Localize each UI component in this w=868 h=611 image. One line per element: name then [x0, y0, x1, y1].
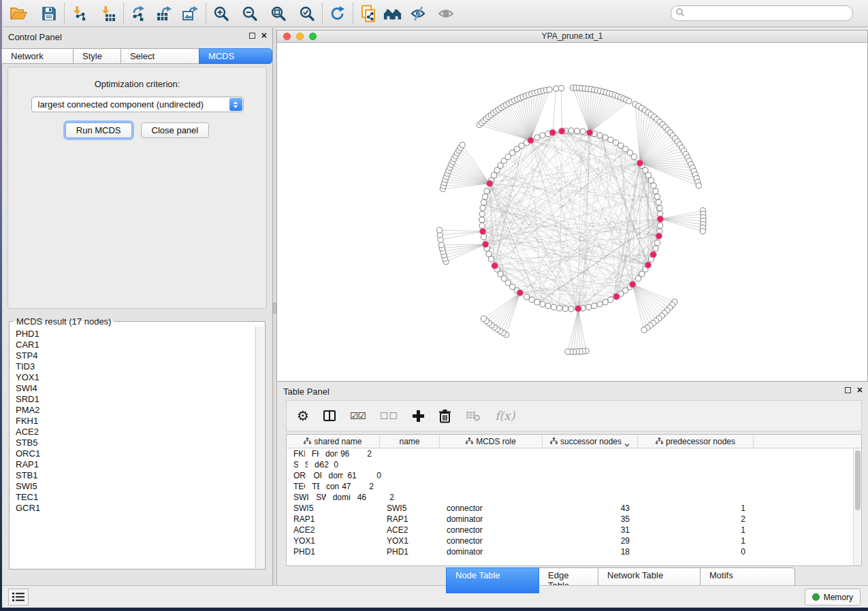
run-mcds-button[interactable]: Run MCDS: [65, 122, 132, 138]
zoom-in-icon[interactable]: [212, 4, 231, 23]
optimization-criterion-select[interactable]: largest connected component (undirected): [31, 97, 244, 112]
table-row[interactable]: TEC1 TEC1 connector 47 2: [287, 481, 382, 492]
cell-name: SWI5: [380, 503, 440, 513]
show-labels-icon[interactable]: [436, 4, 455, 23]
export-table-icon[interactable]: [155, 4, 174, 23]
mcds-result-item[interactable]: STP4: [16, 350, 118, 361]
table-row[interactable]: YOX1 YOX1 connector 29 1: [287, 535, 861, 546]
clone-network-icon[interactable]: [359, 4, 378, 23]
control-panel-tab[interactable]: Style: [73, 48, 121, 64]
table-tab[interactable]: Node Table: [446, 567, 539, 593]
column-namespace-icon: [550, 437, 558, 446]
column-header[interactable]: MCDS role: [440, 435, 543, 448]
mcds-result-item[interactable]: PMA2: [16, 405, 255, 416]
cell-predecessor-nodes: 1: [638, 503, 754, 513]
network-canvas[interactable]: [277, 43, 867, 381]
open-file-icon[interactable]: [9, 4, 28, 23]
close-panel-icon[interactable]: ×: [261, 32, 267, 39]
home-icon[interactable]: [383, 4, 402, 23]
settings-gear-icon[interactable]: ⚙: [297, 409, 309, 423]
column-header[interactable]: predecessor nodes: [638, 435, 754, 448]
control-panel-tab[interactable]: Network: [1, 48, 74, 64]
mcds-result-item[interactable]: STB1: [16, 470, 255, 481]
close-panel-icon[interactable]: ×: [857, 386, 863, 393]
column-header[interactable]: name: [380, 435, 440, 448]
split-columns-icon[interactable]: [323, 410, 336, 421]
network-graph[interactable]: [277, 43, 867, 381]
close-window-icon[interactable]: [283, 33, 291, 40]
table-panel-title: Table Panel: [283, 386, 329, 397]
table-scrollbar-thumb[interactable]: [855, 450, 861, 510]
delete-column-icon[interactable]: [438, 409, 451, 423]
mcds-result-item[interactable]: SWI4: [16, 383, 255, 394]
mcds-result-item[interactable]: CAR1: [16, 340, 76, 350]
table-row[interactable]: RAP1 RAP1 dominator 35 2: [287, 514, 861, 525]
mcds-result-item[interactable]: GCR1: [16, 503, 255, 514]
save-session-icon[interactable]: [39, 4, 59, 23]
float-panel-icon[interactable]: [845, 387, 851, 393]
zoom-out-icon[interactable]: [240, 4, 259, 23]
cell-predecessor-nodes: 2: [359, 482, 383, 491]
cell-predecessor-nodes: 2: [357, 449, 380, 459]
control-panel-tab[interactable]: MCDS: [199, 48, 272, 64]
mcds-result-item[interactable]: TID3: [16, 361, 111, 372]
search-input[interactable]: [688, 8, 852, 19]
toolbar-divider: [64, 3, 65, 24]
export-image-icon[interactable]: [181, 4, 200, 23]
import-table-icon[interactable]: [99, 4, 118, 23]
zoom-selected-icon[interactable]: [298, 4, 317, 23]
table-row[interactable]: STB1 STB1 dominator 62 0: [287, 459, 347, 470]
close-panel-button[interactable]: Close panel: [141, 122, 210, 138]
control-panel: Control Panel × NetworkStyleSelectMCDS O…: [2, 28, 273, 585]
mcds-result-item[interactable]: TEC1: [16, 492, 255, 503]
minimize-window-icon[interactable]: [296, 33, 304, 40]
float-panel-icon[interactable]: [249, 33, 255, 39]
mcds-result-item[interactable]: ACE2: [16, 427, 255, 437]
memory-button[interactable]: Memory: [805, 589, 861, 606]
control-panel-header: Control Panel ×: [2, 28, 272, 46]
cell-mcds-role: connector: [440, 503, 543, 513]
table-panel: Table Panel × ⚙ ☑☑ ☐☐ f(x): [276, 382, 868, 585]
search-box[interactable]: [671, 5, 853, 21]
mcds-list-scrollbar[interactable]: [255, 327, 264, 568]
export-network-icon[interactable]: [129, 4, 148, 23]
mcds-result-item[interactable]: RAP1: [16, 459, 255, 470]
column-header[interactable]: successor nodes: [543, 435, 638, 448]
mcds-result-item[interactable]: ORC1: [16, 448, 255, 459]
toolbar-divider: [123, 3, 124, 24]
zoom-fit-icon[interactable]: [269, 4, 288, 23]
cell-successor-nodes: 46: [351, 493, 375, 502]
cell-predecessor-nodes: 2: [638, 514, 754, 524]
control-panel-tab[interactable]: Select: [120, 48, 199, 64]
mcds-result-item[interactable]: SRD1: [16, 394, 255, 405]
column-header[interactable]: shared name: [287, 435, 380, 448]
cell-shared-name: SWI4: [287, 493, 309, 502]
mcds-result-item[interactable]: SWI5: [16, 481, 255, 492]
mcds-result-item[interactable]: STB5: [16, 437, 255, 448]
search-icon: [675, 7, 685, 20]
mcds-result-item[interactable]: PHD1: [16, 329, 109, 340]
mcds-result-item[interactable]: FKH1: [16, 416, 255, 427]
table-row[interactable]: SWI5 SWI5 connector 43 1: [287, 503, 861, 514]
task-history-button[interactable]: [8, 589, 29, 606]
refresh-icon[interactable]: [328, 4, 347, 23]
add-column-icon[interactable]: [413, 410, 424, 422]
cell-shared-name: ACE2: [287, 525, 380, 535]
table-row[interactable]: SWI4 SWI4 dominator 46 2: [287, 492, 402, 503]
table-row[interactable]: ORC1 ORC1 dominator 61 0: [287, 470, 389, 481]
control-panel-title: Control Panel: [8, 32, 62, 42]
cell-successor-nodes: 29: [543, 536, 638, 546]
maximize-window-icon[interactable]: [309, 33, 317, 40]
import-network-icon[interactable]: [70, 4, 89, 23]
table-scrollbar[interactable]: [853, 448, 861, 565]
select-all-icon[interactable]: ☑☑: [350, 410, 366, 421]
deselect-all-icon[interactable]: ☐☐: [380, 410, 398, 421]
table-row[interactable]: ACE2 ACE2 connector 31 1: [287, 525, 861, 535]
table-row[interactable]: PHD1 PHD1 dominator 18 0: [287, 546, 861, 557]
table-row[interactable]: FKH1 FKH1 dominator 96 2: [287, 448, 380, 459]
hide-labels-icon[interactable]: [409, 4, 428, 23]
table-toolbar: ⚙ ☑☑ ☐☐ f(x): [286, 400, 862, 431]
mcds-result-item[interactable]: YOX1: [16, 372, 131, 383]
column-namespace-icon: [656, 437, 663, 446]
memory-status-icon: [812, 593, 820, 601]
